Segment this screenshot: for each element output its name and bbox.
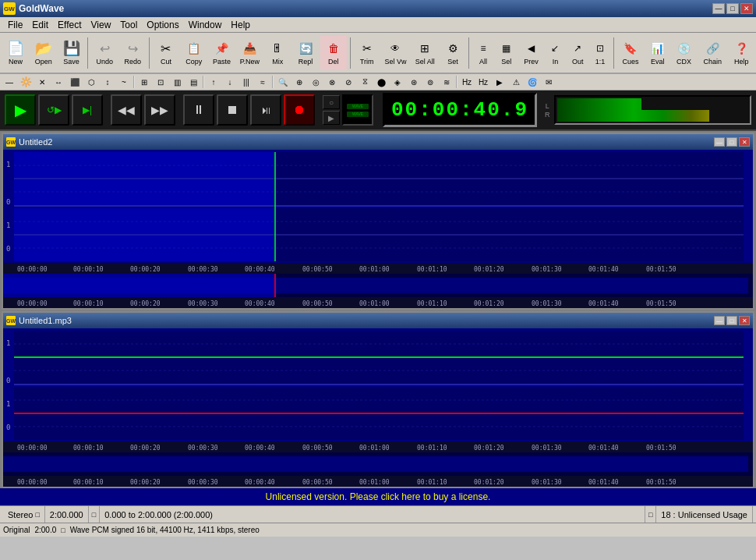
- menu-file[interactable]: File: [3, 18, 27, 32]
- tb2-btn-33[interactable]: ✉: [541, 75, 556, 89]
- tb2-btn-19[interactable]: ◎: [308, 75, 323, 89]
- tb2-btn-11[interactable]: ▥: [169, 75, 185, 89]
- aw-close-2[interactable]: ✕: [739, 316, 750, 325]
- cdx-button[interactable]: 💿 CDX: [671, 35, 698, 71]
- rewind-button[interactable]: ◀◀: [111, 94, 142, 126]
- tb2-btn-31[interactable]: ⚠: [508, 75, 524, 89]
- out-button[interactable]: ↗ Out: [566, 35, 589, 71]
- paste-button[interactable]: 📌 Paste: [208, 35, 236, 71]
- mix-button[interactable]: 🎚 Mix: [263, 35, 291, 71]
- tb2-btn-4[interactable]: ↔: [51, 75, 66, 89]
- record-button[interactable]: ⏺: [284, 94, 315, 126]
- svg-text:0: 0: [6, 424, 10, 431]
- redo-button[interactable]: ↪ Redo: [118, 35, 147, 71]
- menu-options[interactable]: Options: [142, 18, 183, 32]
- aw-minimize-1[interactable]: —: [714, 137, 725, 147]
- pause-button[interactable]: ⏸: [183, 94, 214, 126]
- tb2-btn-27[interactable]: ≋: [439, 75, 454, 89]
- minimize-button[interactable]: —: [712, 3, 725, 14]
- set-button[interactable]: ⚙ Set: [440, 35, 466, 71]
- menu-edit[interactable]: Edit: [27, 18, 53, 32]
- aw-maximize-1[interactable]: □: [726, 137, 737, 147]
- tb2-btn-17[interactable]: 🔍: [275, 75, 291, 89]
- mode-btn-1[interactable]: ○: [323, 95, 340, 109]
- prev-button[interactable]: ◀ Prev: [518, 35, 545, 71]
- tb2-btn-21[interactable]: ⊘: [341, 75, 356, 89]
- svg-text:00:00:10: 00:00:10: [73, 300, 104, 307]
- tb2-btn-7[interactable]: ↕: [100, 75, 115, 89]
- selall-button[interactable]: ⊞ Sel All: [410, 35, 440, 71]
- menu-tool[interactable]: Tool: [115, 18, 142, 32]
- close-button[interactable]: ✕: [740, 3, 753, 14]
- aw-maximize-2[interactable]: □: [726, 316, 737, 325]
- tb2-btn-16[interactable]: ≈: [255, 75, 270, 89]
- mode-btn-2[interactable]: ▶: [323, 111, 340, 125]
- play-sel-button[interactable]: ▶|: [72, 94, 103, 126]
- license-bar[interactable]: Unlicensed version. Please click here to…: [0, 488, 756, 505]
- new-button[interactable]: 📄 New: [2, 35, 30, 71]
- tb2-btn-23[interactable]: ⬤: [373, 75, 389, 89]
- tb2-btn-25[interactable]: ⊛: [406, 75, 422, 89]
- tb2-btn-12[interactable]: ▤: [185, 75, 201, 89]
- pause2-button[interactable]: ⏯: [250, 94, 281, 126]
- trim-button[interactable]: ✂ Trim: [353, 35, 381, 71]
- tb2-btn-20[interactable]: ⊗: [324, 75, 340, 89]
- cues-button[interactable]: 🔖 Cues: [616, 35, 645, 71]
- svg-text:00:01:40: 00:01:40: [588, 300, 619, 307]
- help-button[interactable]: ❓ Help: [728, 35, 754, 71]
- svg-text:00:00:00: 00:00:00: [17, 479, 48, 486]
- undo-button[interactable]: ↩ Undo: [90, 35, 118, 71]
- menu-effect[interactable]: Effect: [53, 18, 86, 32]
- tb2-btn-6[interactable]: ⬡: [83, 75, 99, 89]
- tb2-btn-10[interactable]: ⊡: [153, 75, 168, 89]
- save-button[interactable]: 💾 Save: [58, 35, 86, 71]
- all-button[interactable]: ≡ All: [472, 35, 495, 71]
- menu-view[interactable]: View: [87, 18, 116, 32]
- sel-button[interactable]: ▦ Sel: [495, 35, 518, 71]
- tb2-btn-9[interactable]: ⊞: [136, 75, 152, 89]
- tb2-btn-28[interactable]: Hz: [459, 75, 475, 89]
- menu-help[interactable]: Help: [226, 18, 255, 32]
- tb2-btn-5[interactable]: ⬛: [67, 75, 83, 89]
- tb2-btn-26[interactable]: ⊚: [422, 75, 438, 89]
- copy-button[interactable]: 📋 Copy: [180, 35, 208, 71]
- tb2-btn-3[interactable]: ✕: [34, 75, 50, 89]
- tb2-btn-24[interactable]: ◈: [390, 75, 405, 89]
- tb2-btn-18[interactable]: ⊕: [291, 75, 307, 89]
- repl-button[interactable]: 🔄 Repl: [291, 35, 320, 71]
- del-button[interactable]: 🗑 Del: [320, 35, 348, 71]
- selvw-button[interactable]: 👁 Sel Vw: [381, 35, 411, 71]
- tb2-btn-29[interactable]: Hz: [475, 75, 491, 89]
- stop-button[interactable]: ⏹: [217, 94, 248, 126]
- fast-forward-button[interactable]: ▶▶: [144, 94, 175, 126]
- waveform-svg-2: 1 0 1 0: [3, 328, 748, 441]
- display-mode-button[interactable]: WAVE WAVE: [342, 94, 373, 126]
- cut-button[interactable]: ✂ Cut: [152, 35, 180, 71]
- tb2-btn-2[interactable]: 🔆: [18, 75, 34, 89]
- pnew-button[interactable]: 📥 P.New: [236, 35, 264, 71]
- in-button[interactable]: ↙ In: [544, 35, 566, 71]
- maximize-button[interactable]: □: [726, 3, 739, 14]
- tb2-btn-1[interactable]: —: [2, 75, 17, 89]
- chain-button[interactable]: 🔗 Chain: [697, 35, 728, 71]
- tb2-btn-30[interactable]: ▶: [492, 75, 507, 89]
- aw-minimize-2[interactable]: —: [714, 316, 725, 325]
- tb2-btn-15[interactable]: |||: [238, 75, 254, 89]
- aw-title-text-2: Untitled1.mp3: [19, 316, 714, 325]
- eval-button[interactable]: 📊 Eval: [645, 35, 671, 71]
- tb2-btn-32[interactable]: 🌀: [525, 75, 540, 89]
- tb2-btn-8[interactable]: ~: [116, 75, 132, 89]
- tb2-btn-22[interactable]: ⧖: [357, 75, 373, 89]
- tb2-btn-14[interactable]: ↓: [222, 75, 238, 89]
- overview-timeline-2: 00:00:00 00:00:10 00:00:20 00:00:30 00:0…: [3, 476, 753, 487]
- tb2-btn-13[interactable]: ↑: [206, 75, 221, 89]
- aw-close-1[interactable]: ✕: [739, 137, 750, 147]
- open-button[interactable]: 📂 Open: [30, 35, 58, 71]
- status-icon2-section: □: [89, 506, 100, 523]
- menu-window[interactable]: Window: [184, 18, 227, 32]
- pause-icon: ⏸: [193, 103, 205, 117]
- play-button[interactable]: ▶: [5, 94, 36, 126]
- status-usage-text: 18 : Unlicensed Usage: [661, 510, 747, 519]
- zoom11-button[interactable]: ⊡ 1:1: [589, 35, 611, 71]
- play-loop-button[interactable]: ↺▶: [38, 94, 69, 126]
